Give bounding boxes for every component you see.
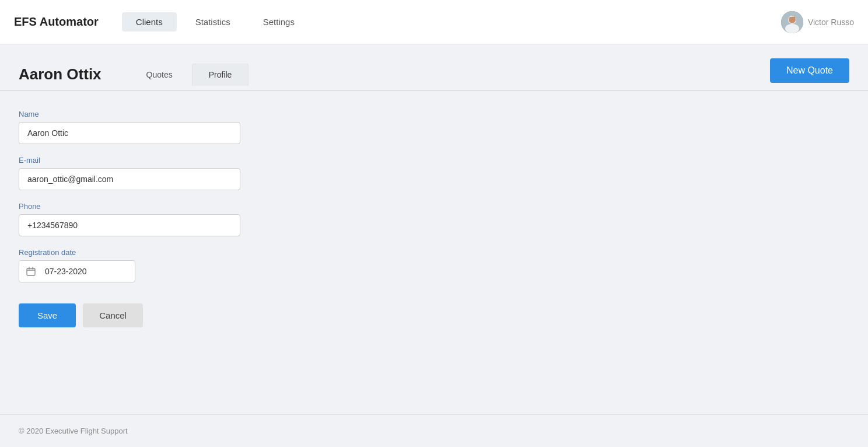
page-content: Aaron Ottix Quotes Profile New Quote Nam… [0,44,868,346]
name-input[interactable] [19,122,240,144]
client-header: Aaron Ottix Quotes Profile New Quote [0,44,868,90]
navbar: EFS Automator Clients Statistics Setting… [0,0,868,44]
username: Victor Russo [808,18,854,27]
client-tabs: Quotes Profile [130,64,751,85]
nav-item-statistics[interactable]: Statistics [181,12,244,32]
name-label: Name [19,110,849,118]
nav-item-clients[interactable]: Clients [122,12,177,32]
reg-date-field-group: Registration date ▾ [19,248,849,282]
profile-form: Name E-mail Phone Registration date [0,91,868,346]
email-input[interactable] [19,168,240,190]
date-picker[interactable]: ▾ [19,260,135,282]
email-label: E-mail [19,156,849,165]
app-brand: EFS Automator [14,15,99,29]
form-actions: Save Cancel [19,303,849,327]
calendar-icon [19,261,43,282]
save-button[interactable]: Save [19,303,76,327]
client-name: Aaron Ottix [19,65,102,83]
cancel-button[interactable]: Cancel [83,303,143,327]
email-field-group: E-mail [19,156,849,190]
phone-label: Phone [19,202,849,211]
phone-field-group: Phone [19,202,849,236]
date-input[interactable] [43,261,135,282]
name-field-group: Name [19,110,849,144]
avatar [781,11,803,33]
tab-profile[interactable]: Profile [192,64,249,86]
phone-input[interactable] [19,214,240,236]
nav-item-settings[interactable]: Settings [249,12,309,32]
svg-point-2 [785,24,799,33]
new-quote-button[interactable]: New Quote [770,58,849,83]
svg-point-5 [789,16,796,23]
reg-date-label: Registration date [19,248,849,257]
navbar-right: Victor Russo [781,11,854,33]
nav-menu: Clients Statistics Settings [122,12,781,32]
tab-quotes[interactable]: Quotes [130,64,190,86]
svg-rect-6 [27,268,35,275]
